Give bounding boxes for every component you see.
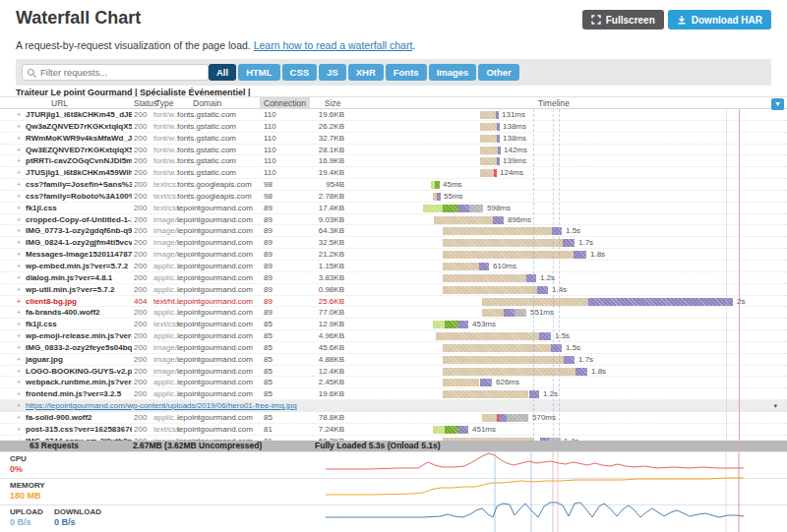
timing-segment-tan (443, 390, 528, 398)
filter-tab-xhr[interactable]: XHR (348, 64, 384, 81)
table-row[interactable]: +Qw3aZQNVED7rKGKxtqIqX5...200font/w...fo… (0, 121, 787, 133)
column-header-status[interactable]: Status (134, 98, 157, 108)
fullscreen-button[interactable]: Fullscreen (582, 10, 664, 30)
request-url: ptRRTi-cavZOGqCvnNJDl5m... (26, 155, 132, 167)
waterfall-help-link[interactable]: Learn how to read a waterfall chart (254, 39, 413, 51)
expand-icon[interactable]: + (17, 237, 25, 249)
request-size: 32.5KB (289, 237, 344, 249)
timing-label: 1.5s (555, 330, 570, 341)
table-row[interactable]: +LOGO-BOOKING-GUYS-v2.png200image/...lep… (0, 366, 787, 378)
table-row[interactable]: +IMG_0833-2-ozy2feye5s04bq...200image/..… (0, 342, 787, 354)
table-row[interactable]: +jaguar.jpg200image/...lepointgourmand.c… (0, 354, 787, 366)
expand-icon[interactable]: + (17, 377, 25, 388)
expand-icon[interactable]: + (17, 342, 25, 354)
expand-icon[interactable]: + (17, 284, 25, 296)
row-expand-caret[interactable]: ▾ (773, 400, 777, 412)
table-row[interactable]: +fa-solid-900.woff2200applic...lepointgo… (0, 412, 787, 424)
download-har-button[interactable]: Download HAR (668, 10, 771, 30)
timing-segment-purple (588, 298, 733, 306)
request-type: image/... (153, 237, 179, 249)
table-row[interactable]: +frontend.min.js?ver=3.2.5200applic...le… (0, 388, 787, 400)
column-header-timeline[interactable]: Timeline (349, 98, 758, 108)
expand-icon[interactable]: + (17, 121, 25, 133)
table-row[interactable]: +JTURjIg1_i6t8kCHKm45_dJE...200font/w...… (0, 109, 787, 121)
table-row[interactable]: +webpack.runtime.min.js?ver...200applic.… (0, 377, 787, 388)
expand-icon[interactable]: + (17, 400, 25, 412)
expand-icon[interactable]: + (17, 214, 25, 226)
column-header-type[interactable]: Type (155, 98, 173, 108)
expand-icon[interactable]: + (17, 109, 25, 121)
column-header-domain[interactable]: Domain (193, 98, 221, 108)
table-row[interactable]: +fk1jl.css200text/csslepointgourmand.com… (0, 319, 787, 330)
table-row[interactable]: +Qw3EZQNVED7rKGKxtqIqX5...200font/w...fo… (0, 145, 787, 156)
filter-tab-images[interactable]: Images (429, 64, 477, 81)
filter-tab-fonts[interactable]: Fonts (386, 64, 427, 81)
column-header-size[interactable]: Size (325, 98, 341, 108)
table-row[interactable]: +wp-util.min.js?ver=5.7.2200applic...lep… (0, 284, 787, 296)
table-row[interactable]: +cropped-Copy-of-Untitled-1-1...200image… (0, 214, 787, 226)
table-row[interactable]: +post-315.css?ver=1625836761200text/cssl… (0, 424, 787, 436)
filter-tab-html[interactable]: HTML (238, 64, 279, 81)
expand-icon[interactable]: + (17, 330, 25, 342)
expand-icon[interactable]: + (17, 366, 25, 378)
table-row[interactable]: +wp-emoji-release.min.js?ver=...200appli… (0, 330, 787, 342)
table-row[interactable]: +client8-bg.jpg404text/ht...lepointgourm… (0, 296, 787, 308)
table-row[interactable]: +IMG_0824-1-ozy2gjfm4ti5vcv...200image/.… (0, 237, 787, 249)
request-size: 9.03KB (289, 214, 344, 226)
expand-icon[interactable]: + (17, 133, 25, 145)
request-timeline: 2s (349, 296, 787, 307)
table-row[interactable]: +wp-embed.min.js?ver=5.7.2200applic...le… (0, 261, 787, 272)
table-row[interactable]: +IMG_0773-1-ozy2gdqf6nb-q9b...200image/.… (0, 225, 787, 237)
request-timeline: 45ms (349, 179, 787, 190)
request-url-link[interactable]: https://lepointgourmand.com/wp-content/u… (26, 400, 297, 412)
table-row[interactable]: +fk1jl.css200text/csslepointgourmand.com… (0, 203, 787, 214)
filter-tab-css[interactable]: CSS (282, 64, 318, 81)
expand-icon[interactable]: + (17, 249, 25, 261)
table-row[interactable]: +RWmMoKWR9v4ksMfaWd_J...200font/w...font… (0, 133, 787, 145)
expand-icon[interactable]: + (17, 296, 25, 308)
expand-icon[interactable]: + (17, 191, 25, 203)
request-connection: 89 (264, 296, 289, 308)
request-type: applic... (153, 272, 179, 284)
request-status: 200 (134, 377, 155, 388)
expand-icon[interactable]: + (17, 179, 25, 191)
expand-icon[interactable]: + (17, 424, 25, 436)
expand-icon[interactable]: + (17, 307, 25, 319)
filter-tab-js[interactable]: JS (319, 64, 346, 81)
expand-icon[interactable]: + (17, 272, 25, 284)
request-connection: 89 (264, 249, 289, 261)
table-row[interactable]: +dialog.min.js?ver=4.8.1200applic...lepo… (0, 272, 787, 284)
request-timeline: 453ms (349, 319, 787, 329)
request-timeline: 1.5s (349, 342, 787, 353)
expand-icon[interactable]: + (17, 388, 25, 400)
expand-icon[interactable]: + (17, 354, 25, 366)
expand-icon[interactable]: + (17, 145, 25, 156)
expand-icon[interactable]: + (17, 319, 25, 330)
table-row[interactable]: +https://lepointgourmand.com/wp-content/… (0, 400, 787, 412)
expand-icon[interactable]: + (17, 225, 25, 237)
expand-icon[interactable]: + (17, 167, 25, 179)
column-header-connection[interactable]: Connection (260, 97, 310, 109)
expand-icon[interactable]: + (17, 155, 25, 167)
request-status: 200 (134, 342, 155, 354)
table-row[interactable]: +css?family=Roboto%3A100%...200text/cs..… (0, 191, 787, 203)
expand-icon[interactable]: + (17, 261, 25, 272)
table-row[interactable]: +css?family=Josefin+Sans%3...200text/cs.… (0, 179, 787, 191)
request-domain: fonts.gstatic.com (177, 145, 258, 156)
request-type: font/w... (153, 121, 179, 133)
request-size: 2.45KB (289, 377, 344, 388)
expand-icon[interactable]: + (17, 203, 25, 214)
filter-requests-input[interactable] (40, 65, 206, 80)
table-row[interactable]: +fa-brands-400.woff2200applic...lepointg… (0, 307, 787, 319)
filter-tab-all[interactable]: All (209, 64, 236, 81)
request-url: frontend.min.js?ver=3.2.5 (26, 388, 132, 400)
column-header-url[interactable]: URL (51, 98, 68, 108)
filter-tab-other[interactable]: Other (478, 64, 518, 81)
table-row[interactable]: +Messages-Image1520114787...200image/...… (0, 249, 787, 261)
table-row[interactable]: +JTUSjIg1_i6t8kCHKm459Wlh...200font/w...… (0, 167, 787, 179)
request-connection: 98 (264, 179, 289, 191)
request-domain: lepointgourmand.com (177, 307, 258, 319)
expand-icon[interactable]: + (17, 412, 25, 424)
request-type: applic... (153, 261, 179, 272)
table-row[interactable]: +ptRRTi-cavZOGqCvnNJDl5m...200font/w...f… (0, 155, 787, 167)
